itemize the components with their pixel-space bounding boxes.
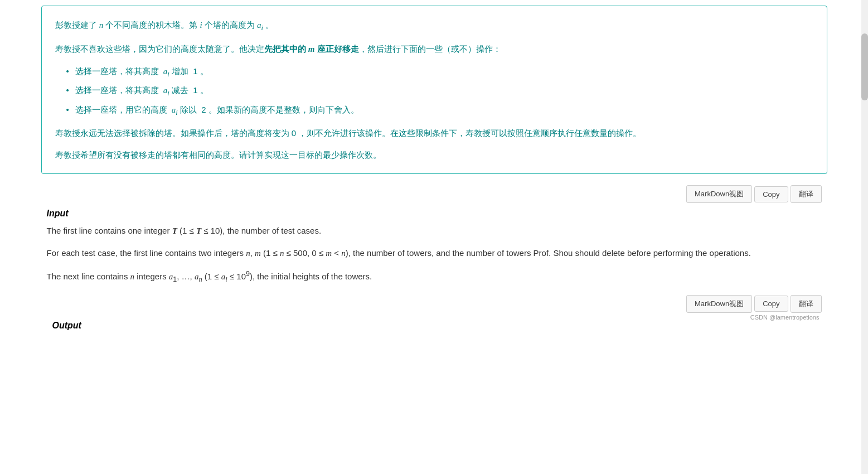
problem-line-1: 彭教授建了 n 个不同高度的积木塔。第 i 个塔的高度为 ai 。 <box>55 17 813 35</box>
toolbar-1: MarkDown视图 Copy 翻译 <box>41 185 827 203</box>
csdn-attribution: CSDN @lamentropetions <box>750 314 819 321</box>
scrollbar-track[interactable] <box>861 0 868 474</box>
input-para-1: The first line contains one integer T (1… <box>47 223 822 239</box>
markdown-view-button-1[interactable]: MarkDown视图 <box>686 185 752 203</box>
problem-list-item: 选择一座塔，用它的高度 ai 除以 2 。如果新的高度不是整数，则向下舍入。 <box>66 102 813 119</box>
input-para-3: The next line contains n integers a1, …,… <box>47 268 822 286</box>
problem-list-item: 选择一座塔，将其高度 ai 增加 1 。 <box>66 64 813 81</box>
toolbar-2: MarkDown视图 Copy 翻译 <box>686 295 821 313</box>
output-section: Output <box>41 321 827 331</box>
problem-list-item: 选择一座塔，将其高度 ai 减去 1 。 <box>66 83 813 100</box>
scrollbar-thumb[interactable] <box>861 33 868 100</box>
translate-button-2[interactable]: 翻译 <box>791 295 822 313</box>
problem-line-4: 寿教授希望所有没有被移走的塔都有相同的高度。请计算实现这一目标的最少操作次数。 <box>55 147 813 162</box>
input-title: Input <box>47 209 822 219</box>
markdown-view-button-2[interactable]: MarkDown视图 <box>686 295 752 313</box>
copy-button-1[interactable]: Copy <box>754 186 788 202</box>
problem-list: 选择一座塔，将其高度 ai 增加 1 。 选择一座塔，将其高度 ai 减去 1 … <box>66 64 813 119</box>
translate-button-1[interactable]: 翻译 <box>791 185 822 203</box>
input-section: Input The first line contains one intege… <box>41 209 827 286</box>
copy-button-2[interactable]: Copy <box>754 296 788 312</box>
problem-line-2: 寿教授不喜欢这些塔，因为它们的高度太随意了。他决定先把其中的 m 座正好移走，然… <box>55 41 813 57</box>
toolbar-2-container: MarkDown视图 Copy 翻译 CSDN @lamentropetions <box>41 295 827 321</box>
output-title: Output <box>47 321 822 331</box>
input-para-2: For each test case, the first line conta… <box>47 245 822 261</box>
problem-statement-box: 彭教授建了 n 个不同高度的积木塔。第 i 个塔的高度为 ai 。 寿教授不喜欢… <box>41 6 827 174</box>
input-content: The first line contains one integer T (1… <box>47 223 822 286</box>
problem-line-3: 寿教授永远无法选择被拆除的塔。如果操作后，塔的高度将变为 0 ，则不允许进行该操… <box>55 125 813 141</box>
